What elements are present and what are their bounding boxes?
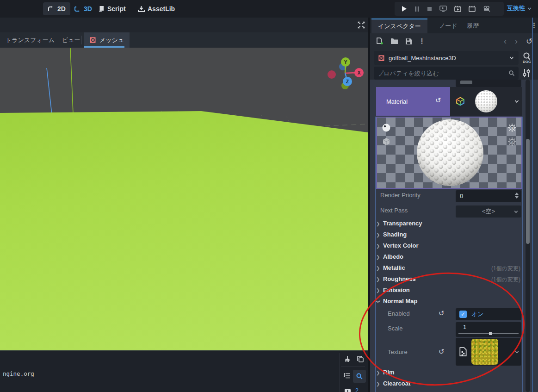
play-scene-button[interactable]: [454, 6, 461, 12]
dock-tab-bar: インスペクター ノード 履歴 ⋮: [370, 18, 538, 33]
preview-light2-toggle[interactable]: 2: [507, 137, 517, 146]
next-pass-value: <空>: [482, 208, 495, 215]
property-filter-input[interactable]: [377, 70, 508, 77]
chevron-right-icon: ❯: [376, 381, 380, 386]
load-resource-button[interactable]: [390, 37, 399, 46]
mode-script-button[interactable]: Script: [94, 2, 130, 15]
mesh-property-widget-partial[interactable]: [456, 80, 521, 87]
movie-writer-button[interactable]: [483, 6, 490, 12]
preview-box-toggle[interactable]: [382, 137, 391, 146]
preview-sphere-toggle[interactable]: [382, 123, 391, 132]
normal-enabled-checkbox-row[interactable]: ✓ オン: [456, 308, 521, 320]
render-priority-value: 0: [460, 193, 463, 199]
render-priority-spinbox[interactable]: 0: [456, 190, 521, 202]
checkbox-checked-icon[interactable]: ✓: [459, 311, 467, 318]
preview-light1-toggle[interactable]: 1: [507, 123, 517, 132]
section-transparency[interactable]: ❯ Transparency: [370, 218, 538, 230]
mesh-thumb-sliver: [460, 81, 472, 84]
tab-transform[interactable]: トランスフォーム: [0, 32, 60, 48]
mode-assetlib-button[interactable]: AssetLib: [133, 2, 179, 15]
renderer-select[interactable]: 互換性: [507, 4, 532, 12]
output-panel: ngine.org e: NVIDIA - NVIDIA GeForce GTX…: [0, 350, 368, 392]
section-clearcoat[interactable]: ❯ Clearcoat: [370, 379, 538, 390]
section-albedo[interactable]: ❯ Albedo: [370, 252, 538, 263]
mode-3d-button[interactable]: 3D: [69, 2, 97, 15]
changed-count-badge: (1個の変更): [491, 265, 520, 273]
console-divider: [339, 353, 340, 392]
search-icon: [508, 70, 515, 76]
slider-grabber[interactable]: [489, 332, 492, 335]
collapse-messages-button[interactable]: [341, 371, 352, 381]
open-docs-button[interactable]: DOC: [521, 52, 532, 64]
section-vertex-color[interactable]: ❯ Vertex Color: [370, 241, 538, 252]
error-count-badge[interactable]: [342, 386, 352, 392]
renderer-label: 互換性: [507, 4, 525, 12]
chevron-right-icon: ❯: [376, 370, 380, 375]
inspector-scrollbar[interactable]: [526, 80, 530, 392]
section-normal-map[interactable]: ❯ Normal Map: [370, 296, 538, 307]
section-shading[interactable]: ❯ Shading: [370, 230, 538, 241]
material-thumbnail: [475, 90, 497, 112]
section-rim[interactable]: ❯ Rim: [370, 367, 538, 379]
chevron-right-icon: ❯: [376, 277, 380, 282]
scrollbar-handle[interactable]: [526, 139, 530, 244]
chevron-right-icon: ❯: [376, 243, 380, 249]
changed-count-badge: (1個の変更): [491, 276, 520, 284]
slider-track[interactable]: [458, 333, 519, 334]
pause-button[interactable]: [414, 6, 420, 12]
revert-icon[interactable]: ↺: [435, 96, 441, 105]
normal-scale-slider[interactable]: 1: [456, 322, 521, 337]
stop-button[interactable]: [427, 6, 432, 12]
history-back-button[interactable]: ‹: [501, 37, 510, 46]
axis-navigation-gizmo[interactable]: Y X Z: [328, 57, 364, 89]
normal-texture-picker[interactable]: [456, 338, 521, 366]
section-emission[interactable]: ❯ Emission: [370, 285, 538, 296]
tab-inspector[interactable]: インスペクター: [371, 19, 427, 33]
edited-object-name: golfball_MeshInstance3D: [389, 55, 505, 62]
3d-icon: [74, 6, 81, 12]
material-value-cell[interactable]: [450, 87, 522, 116]
inspector-tools-icon[interactable]: [522, 68, 531, 78]
mode-2d-button[interactable]: 2D: [43, 2, 70, 15]
play-custom-scene-button[interactable]: [469, 6, 476, 12]
search-output-button[interactable]: [353, 370, 366, 383]
inspector-properties: Material ↺: [370, 80, 538, 392]
main-toolbar: 2D 3D Script AssetLib 互換性: [0, 0, 538, 18]
normal-scale-label: Scale: [388, 325, 403, 332]
tab-mesh[interactable]: メッシュ: [84, 32, 130, 48]
chevron-right-icon: ❯: [376, 266, 380, 271]
error-count: 2: [355, 387, 359, 392]
viewport-toolbar: [0, 18, 368, 32]
save-resource-button[interactable]: [404, 37, 413, 46]
tab-node[interactable]: ノード: [433, 19, 464, 33]
property-filter: [374, 67, 519, 80]
next-pass-select[interactable]: <空>: [456, 205, 521, 218]
tab-history[interactable]: 履歴: [460, 19, 485, 33]
history-forward-button[interactable]: ›: [512, 37, 521, 46]
revert-icon[interactable]: ↺: [439, 348, 445, 356]
normal-texture-label: Texture: [388, 348, 408, 355]
edited-object-selector[interactable]: golfball_MeshInstance3D: [374, 51, 519, 65]
play-button[interactable]: [401, 6, 407, 12]
spinbox-arrows-icon[interactable]: [515, 193, 519, 199]
material-preview-render: [377, 118, 521, 188]
clear-output-button[interactable]: [342, 354, 352, 364]
axis-x-label: X: [358, 70, 361, 75]
resource-extra-menu-icon[interactable]: ⋮: [417, 37, 427, 46]
texture-icon: [459, 347, 467, 356]
copy-output-button[interactable]: [355, 354, 365, 364]
section-metallic[interactable]: ❯ Metallic (1個の変更): [370, 263, 538, 274]
chevron-down-icon: [514, 99, 519, 104]
next-pass-label: Next Pass: [380, 207, 408, 214]
console-line: ngine.org: [3, 370, 139, 378]
section-anisotropy[interactable]: ❯ Anisotropy: [370, 390, 538, 392]
section-roughness[interactable]: ❯ Roughness (1個の変更): [370, 274, 538, 285]
revert-icon[interactable]: ↺: [439, 309, 445, 317]
viewport-3d[interactable]: Y X Z: [0, 48, 368, 350]
tab-mesh-label: メッシュ: [99, 36, 124, 44]
material-property-label-cell[interactable]: Material ↺: [376, 87, 450, 116]
tab-history-label: 履歴: [467, 22, 479, 30]
expand-viewport-icon[interactable]: [357, 21, 365, 29]
play-remote-button[interactable]: [439, 6, 447, 12]
new-resource-button[interactable]: [375, 37, 384, 46]
